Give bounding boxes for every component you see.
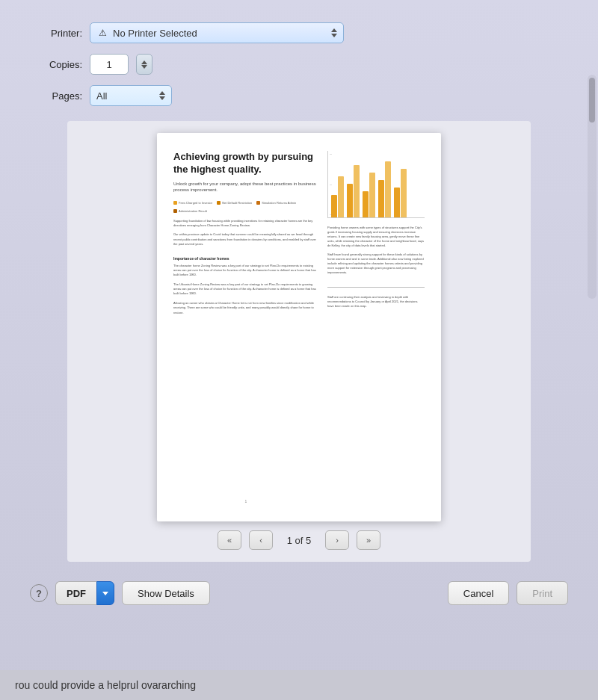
copies-input[interactable]: 1 — [90, 54, 129, 75]
form-area: Printer: ⚠ No Printer Selected Copies: 1 — [22, 22, 576, 106]
first-page-button[interactable]: « — [218, 530, 241, 550]
preview-subtitle: Unlock growth for your company, adopt th… — [173, 181, 318, 193]
right-body-3: Staff are continuing their analysis and … — [327, 295, 425, 309]
next-page-button[interactable]: › — [325, 530, 349, 550]
printer-arrows — [327, 28, 337, 37]
legend-item-3: Simulation Returns Admin — [256, 201, 296, 205]
copies-stepper[interactable] — [136, 54, 152, 75]
preview-title: Achieving growth by pursuing the highest… — [173, 151, 318, 176]
right-body-1: Providing home owners with some types of… — [327, 226, 425, 248]
preview-page-num: 1 — [173, 499, 318, 504]
bar-1b — [338, 176, 344, 217]
arrow-down-icon — [331, 34, 337, 37]
copies-down-icon — [141, 65, 147, 69]
copies-row: Copies: 1 — [22, 54, 576, 75]
copies-up-icon — [141, 61, 147, 64]
page-indicator: 1 of 5 — [280, 535, 318, 546]
preview-legend: Fees Charged to Investor Net Default Res… — [173, 201, 318, 213]
cancel-button[interactable]: Cancel — [448, 581, 509, 605]
pages-arrow-up-icon — [159, 91, 165, 95]
legend-dot-2 — [217, 201, 221, 205]
help-button[interactable]: ? — [30, 584, 48, 602]
pdf-group: PDF — [55, 581, 114, 605]
show-details-button[interactable]: Show Details — [122, 581, 210, 605]
bar-3a — [363, 191, 369, 217]
last-page-button[interactable]: » — [357, 530, 380, 550]
bar-group-4 — [378, 161, 391, 217]
bar-group-3 — [363, 173, 375, 217]
preview-body-5: Allowing an owner who obtains a Characte… — [173, 301, 318, 315]
printer-dropdown[interactable]: ⚠ No Printer Selected — [90, 22, 344, 43]
bottom-text-bar: rou could provide a helprul ovararching — [0, 670, 598, 700]
preview-left: Achieving growth by pursuing the highest… — [173, 151, 318, 504]
chart-area: — — — — [327, 151, 425, 218]
divider — [327, 287, 425, 288]
arrow-up-icon — [331, 28, 337, 32]
preview-body-2: Our within-province update to Covid toda… — [173, 232, 318, 247]
preview-content: Achieving growth by pursuing the highest… — [173, 151, 425, 504]
pdf-arrow-button[interactable] — [96, 581, 114, 605]
print-button[interactable]: Print — [517, 581, 568, 605]
preview-body-1: Supporting foundation of law housing whi… — [173, 219, 318, 229]
pdf-main-button[interactable]: PDF — [55, 581, 96, 605]
bar-5b — [401, 169, 407, 217]
bar-group-2 — [347, 165, 360, 217]
bar-1a — [331, 195, 337, 217]
bar-group-5 — [394, 169, 407, 217]
printer-label: Printer: — [22, 28, 82, 39]
printer-row: Printer: ⚠ No Printer Selected — [22, 22, 576, 43]
legend-label-2: Net Default Restriction — [222, 201, 252, 205]
preview-body-3: The character home Zoning Review was a k… — [173, 264, 318, 278]
prev-page-button[interactable]: ‹ — [249, 530, 273, 550]
bar-4a — [378, 180, 384, 217]
bottom-toolbar: ? PDF Show Details Cancel Print — [22, 581, 576, 605]
scrollbar[interactable] — [588, 75, 597, 299]
pages-select-text: All — [96, 90, 155, 102]
right-body-2: Staff have found generally strong suppor… — [327, 253, 425, 275]
pages-arrows — [155, 91, 165, 100]
pages-arrow-down-icon — [159, 96, 165, 100]
legend-item-4: Administration Result — [173, 209, 207, 213]
copies-label: Copies: — [22, 59, 82, 70]
pages-label: Pages: — [22, 90, 82, 102]
warning-icon: ⚠ — [96, 28, 108, 38]
preview-right: — — — — [327, 151, 425, 504]
preview-section-1: Importance of character homes — [173, 256, 318, 261]
bar-2b — [354, 165, 360, 217]
print-dialog: Printer: ⚠ No Printer Selected Copies: 1 — [0, 0, 598, 700]
bar-2a — [347, 184, 353, 217]
legend-dot-3 — [256, 201, 260, 205]
legend-label-3: Simulation Returns Admin — [262, 201, 296, 205]
bar-3b — [369, 173, 375, 217]
pagination-controls: « ‹ 1 of 5 › » — [218, 530, 380, 550]
legend-label-1: Fees Charged to Investor — [179, 201, 212, 205]
bar-4b — [385, 161, 391, 217]
legend-label-4: Administration Result — [179, 209, 207, 213]
pages-row: Pages: All — [22, 85, 576, 106]
bar-5a — [394, 188, 400, 217]
legend-item-2: Net Default Restriction — [217, 201, 252, 205]
pages-dropdown[interactable]: All — [90, 85, 172, 106]
preview-body-4: The Urbanist Home Zoning Review was a ke… — [173, 282, 318, 297]
legend-dot-4 — [173, 209, 177, 213]
bar-group-1 — [331, 176, 344, 217]
legend-dot-1 — [173, 201, 177, 205]
bottom-hint-text: rou could provide a helprul ovararching — [15, 679, 196, 691]
printer-select-text: ⚠ No Printer Selected — [96, 28, 327, 39]
page-preview: Achieving growth by pursuing the highest… — [157, 133, 441, 521]
legend-item-1: Fees Charged to Investor — [173, 201, 212, 205]
pdf-chevron-icon — [102, 592, 108, 595]
scrollbar-thumb — [589, 78, 595, 123]
preview-container: Achieving growth by pursuing the highest… — [67, 121, 531, 562]
